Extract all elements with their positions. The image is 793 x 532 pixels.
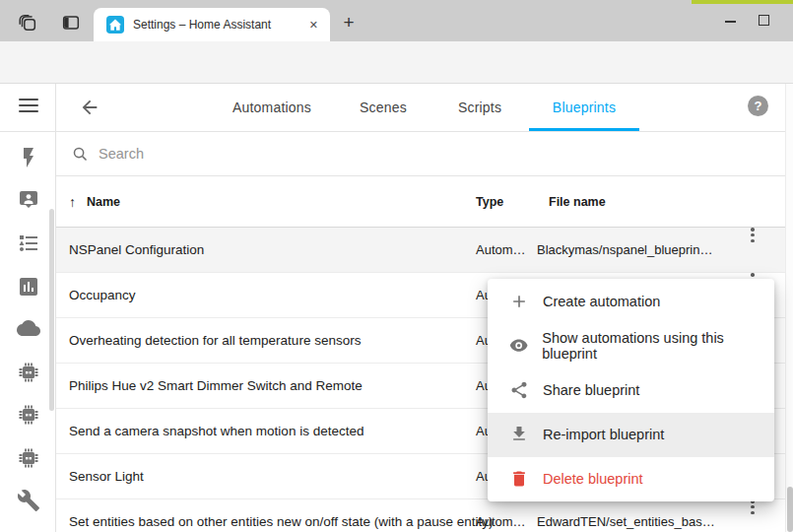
browser-toolbar: Not secure homeassistant.local :8123/… A [0, 41, 793, 84]
chart-box-icon [17, 275, 40, 299]
row-file-name: EdwardTEN/set_entities_bas… [537, 499, 715, 532]
sidebar-item-cloud[interactable] [17, 317, 40, 341]
sidebar-item-device-1[interactable] [17, 361, 40, 384]
help-icon[interactable]: ? [748, 96, 768, 116]
sidebar-item-device-3[interactable] [17, 446, 40, 470]
share-icon [509, 380, 529, 400]
trash-icon [509, 469, 529, 489]
page-scrollbar[interactable] [785, 84, 793, 532]
column-header-name[interactable]: Name [87, 177, 120, 228]
menu-item-share-blueprint[interactable]: Share blueprint [488, 367, 774, 412]
search-icon [72, 146, 89, 163]
row-overflow-menu-icon[interactable] [745, 228, 760, 245]
sidebar-item-settings[interactable] [17, 489, 40, 512]
table-header: ↑ Name Type File name [56, 177, 785, 228]
browser-window: Settings – Home Assistant ✕ + Not secure… [0, 0, 793, 532]
sidebar-scrollbar[interactable] [49, 209, 54, 411]
menu-item-reimport-blueprint[interactable]: Re-import blueprint [488, 413, 774, 457]
column-header-type[interactable]: Type [476, 177, 503, 228]
screen-edge-strip [692, 0, 793, 4]
home-assistant-favicon [106, 16, 124, 33]
search-input[interactable]: Search [56, 132, 785, 176]
row-name: Sensor Light [69, 454, 144, 499]
search-placeholder: Search [99, 132, 144, 176]
wrench-icon [17, 489, 40, 512]
plus-icon [509, 292, 529, 311]
tab-scripts[interactable]: Scripts [458, 84, 501, 129]
cloud-icon [17, 317, 40, 341]
lightning-icon [17, 146, 40, 169]
page-viewport: Automations Scenes Scripts Blueprints ? … [0, 84, 793, 532]
ha-back-button[interactable] [79, 97, 100, 118]
column-header-file-name[interactable]: File name [549, 177, 606, 228]
browser-tab[interactable]: Settings – Home Assistant ✕ [94, 8, 330, 41]
menu-item-show-automations[interactable]: Show automations using this blueprint [488, 323, 774, 367]
table-row[interactable]: NSPanel Configuration Autom… Blackymas/n… [56, 228, 785, 273]
download-icon [509, 425, 529, 444]
table-row[interactable]: Set entities based on other entities new… [56, 499, 785, 532]
chip-icon [17, 361, 40, 384]
row-type: Autom… [476, 228, 526, 273]
row-name: Set entities based on other entities new… [69, 499, 494, 532]
tab-close-icon[interactable]: ✕ [309, 19, 318, 32]
sidebar-item-todo-lists[interactable] [17, 232, 40, 255]
ha-sidebar [0, 84, 56, 532]
row-name: Overheating detection for all temperatur… [69, 318, 361, 364]
chip-icon [17, 403, 40, 427]
minimize-button[interactable] [715, 12, 745, 32]
new-tab-button[interactable]: + [336, 10, 362, 35]
blueprint-context-menu: Create automation Show automations using… [488, 279, 774, 501]
row-overflow-menu-icon[interactable] [745, 499, 760, 517]
row-type: Autom… [476, 499, 526, 532]
page-scrollbar-thumb[interactable] [787, 487, 793, 532]
assist-person-icon [17, 188, 40, 212]
list-icon [17, 232, 40, 255]
row-file-name: Blackymas/nspanel_blueprin… [537, 228, 712, 273]
sort-ascending-icon[interactable]: ↑ [69, 177, 76, 228]
sidebar-item-assist[interactable] [17, 188, 40, 212]
row-name: Philips Hue v2 Smart Dimmer Switch and R… [69, 364, 363, 409]
row-name: NSPanel Configuration [69, 228, 204, 273]
menu-icon[interactable] [19, 99, 38, 114]
menu-item-delete-blueprint[interactable]: Delete blueprint [488, 457, 774, 501]
tab-blueprints[interactable]: Blueprints [529, 84, 639, 129]
browser-titlebar: Settings – Home Assistant ✕ + [0, 0, 793, 41]
sidebar-item-device-2[interactable] [17, 403, 40, 427]
sidebar-item-energy[interactable] [17, 146, 40, 169]
tab-scenes[interactable]: Scenes [360, 84, 407, 129]
ha-header: Automations Scenes Scripts Blueprints ? [56, 84, 785, 131]
eye-icon [509, 336, 528, 356]
tab-automations[interactable]: Automations [232, 84, 311, 129]
sidebar-item-history[interactable] [17, 275, 40, 299]
tab-title: Settings – Home Assistant [133, 18, 303, 32]
row-name: Send a camera snapshot when motion is de… [69, 409, 363, 454]
menu-item-create-automation[interactable]: Create automation [488, 279, 774, 323]
row-name: Occupancy [69, 273, 136, 318]
tab-actions-icon[interactable] [60, 12, 82, 33]
maximize-button[interactable] [759, 15, 769, 26]
chip-icon [17, 446, 40, 470]
workspaces-icon[interactable] [17, 12, 38, 33]
